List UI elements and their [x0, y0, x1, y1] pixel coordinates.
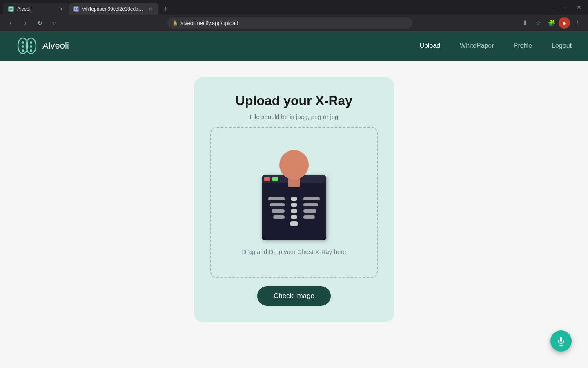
- browser-chrome: Alveoli ✕ whitepaper.99cef2c38edad9e... …: [0, 0, 588, 15]
- back-button[interactable]: ‹: [5, 17, 16, 29]
- browser-actions: ⬇ ☆ 🧩 ● ⋮: [519, 17, 583, 29]
- spine-container: [268, 197, 320, 226]
- drop-zone[interactable]: Drag and Drop your Chest X-Ray here: [210, 127, 378, 278]
- tab-favicon-alveoli: [8, 6, 14, 12]
- rib-row-4: [273, 215, 315, 219]
- spine-bone-1: [291, 197, 297, 201]
- upload-card: Upload your X-Ray File should be in jpeg…: [194, 77, 394, 322]
- microphone-fab[interactable]: [550, 330, 572, 352]
- tab-title-whitepaper: whitepaper.99cef2c38edad9e...: [82, 6, 144, 12]
- svg-point-8: [22, 45, 24, 48]
- address-bar-row: ‹ › ↻ ⌂ 🔒 alveoli.netlify.app/upload ⬇ ☆…: [0, 15, 588, 31]
- spine-bone-lower: [290, 221, 298, 226]
- rib-row-1: [268, 197, 320, 201]
- rib-right-4: [303, 215, 315, 219]
- bookmark-star-icon[interactable]: ☆: [532, 17, 544, 29]
- browser-tabs: Alveoli ✕ whitepaper.99cef2c38edad9e... …: [3, 0, 511, 15]
- address-text: alveoli.netlify.app/upload: [180, 20, 238, 26]
- svg-point-12: [30, 49, 32, 52]
- nav-profile[interactable]: Profile: [514, 42, 532, 49]
- lock-icon: 🔒: [172, 20, 178, 26]
- tab-title-alveoli: Alveoli: [17, 6, 54, 12]
- rib-row-3: [272, 209, 316, 213]
- minimize-button[interactable]: —: [546, 2, 557, 13]
- spine-bone-3: [291, 209, 297, 213]
- xray-dot-red: [264, 177, 270, 181]
- browser-tab-alveoli[interactable]: Alveoli ✕: [3, 3, 69, 15]
- rib-right-1: [303, 197, 320, 200]
- main-content: Upload your X-Ray File should be in jpeg…: [0, 61, 588, 368]
- xray-dot-green: [272, 177, 278, 181]
- tab-favicon-whitepaper: [74, 6, 79, 12]
- svg-point-10: [30, 41, 32, 44]
- xray-illustration: [257, 150, 331, 240]
- profile-circle-icon[interactable]: ●: [559, 17, 570, 29]
- spine-bone-4: [291, 215, 297, 219]
- rib-left-3: [272, 209, 285, 213]
- rib-right-3: [303, 209, 316, 213]
- logo-area: Alveoli: [16, 35, 419, 56]
- app-header: Alveoli Upload WhitePaper Profile Logout: [0, 31, 588, 61]
- extensions-icon[interactable]: 🧩: [546, 17, 557, 29]
- rib-left-1: [268, 197, 285, 200]
- nav-whitepaper[interactable]: WhitePaper: [460, 42, 494, 49]
- download-icon[interactable]: ⬇: [519, 17, 531, 29]
- address-bar[interactable]: 🔒 alveoli.netlify.app/upload: [167, 17, 412, 29]
- refresh-button[interactable]: ↻: [34, 17, 46, 29]
- svg-rect-14: [560, 337, 562, 342]
- drop-zone-text: Drag and Drop your Chest X-Ray here: [242, 248, 346, 255]
- svg-rect-2: [75, 7, 78, 11]
- svg-point-9: [22, 49, 24, 52]
- nav-links: Upload WhitePaper Profile Logout: [419, 42, 572, 49]
- rib-left-4: [273, 215, 285, 219]
- new-tab-button[interactable]: +: [160, 3, 172, 15]
- home-button[interactable]: ⌂: [49, 17, 60, 29]
- rib-right-2: [303, 203, 318, 206]
- svg-point-7: [22, 41, 24, 44]
- rib-left-2: [270, 203, 285, 206]
- xray-body: [262, 183, 326, 240]
- rib-row-5: [290, 221, 298, 226]
- nav-logout[interactable]: Logout: [552, 42, 572, 49]
- logo-text: Alveoli: [42, 40, 69, 51]
- close-window-button[interactable]: ✕: [573, 2, 585, 13]
- check-image-button[interactable]: Check Image: [257, 286, 331, 306]
- svg-point-11: [30, 45, 32, 48]
- menu-icon[interactable]: ⋮: [572, 17, 583, 29]
- tab-close-whitepaper[interactable]: ✕: [147, 6, 154, 12]
- card-title: Upload your X-Ray: [236, 93, 352, 108]
- nav-upload[interactable]: Upload: [419, 42, 440, 49]
- person-head: [279, 150, 309, 180]
- forward-button[interactable]: ›: [20, 17, 31, 29]
- card-subtitle: File should be in jpeg, png or jpg: [250, 113, 339, 120]
- rib-row-2: [270, 203, 318, 207]
- spine-bone-2: [291, 203, 297, 207]
- svg-point-13: [26, 39, 28, 41]
- maximize-button[interactable]: □: [559, 2, 571, 13]
- alveoli-logo-icon: [16, 35, 38, 56]
- tab-close-alveoli[interactable]: ✕: [57, 6, 64, 12]
- microphone-icon: [556, 336, 566, 346]
- browser-tab-whitepaper[interactable]: whitepaper.99cef2c38edad9e... ✕: [69, 3, 158, 15]
